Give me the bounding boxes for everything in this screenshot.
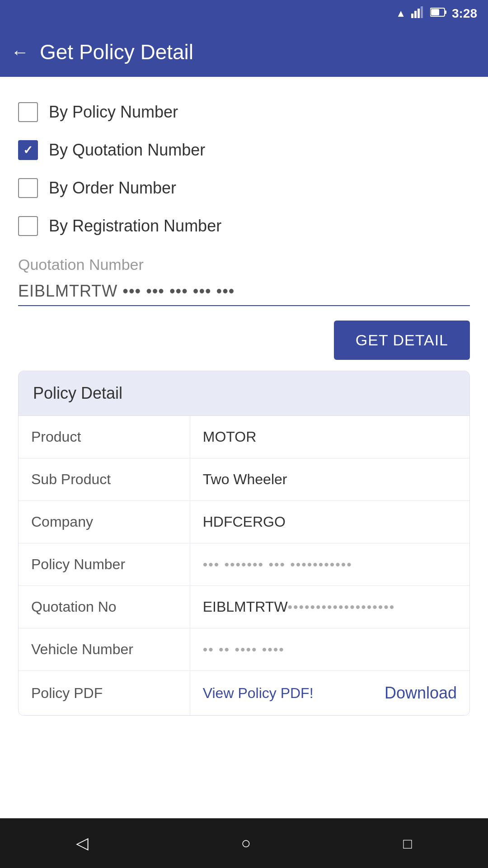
blurred-vehicle-number: •• •• •••• •••• — [203, 642, 285, 657]
checkbox-label-registration-number: By Registration Number — [49, 217, 221, 236]
svg-rect-2 — [418, 9, 420, 18]
signal-icon — [411, 6, 425, 21]
row-label-product: Product — [19, 416, 190, 458]
svg-rect-6 — [431, 9, 439, 15]
checkbox-by-policy-number[interactable]: By Policy Number — [18, 93, 470, 131]
battery-icon — [430, 7, 446, 20]
blurred-quotation-extra: ••••••••••••••••••• — [288, 599, 395, 614]
svg-rect-0 — [411, 14, 413, 18]
checkbox-label-order-number: By Order Number — [49, 179, 176, 198]
table-row: Sub Product Two Wheeler — [19, 458, 469, 501]
row-label-quotation-no: Quotation No — [19, 586, 190, 628]
table-row: Product MOTOR — [19, 416, 469, 458]
blurred-policy-number: ••• ••••••• ••• ••••••••••• — [203, 557, 352, 572]
row-value-policy-pdf: View Policy PDF! Download — [190, 671, 469, 716]
status-icons: ▲ 3:28 — [396, 6, 477, 21]
nav-back-button[interactable] — [58, 826, 107, 860]
status-time: 3:28 — [452, 6, 477, 21]
row-label-company: Company — [19, 501, 190, 543]
row-value-sub-product: Two Wheeler — [190, 458, 469, 501]
row-value-policy-number: ••• ••••••• ••• ••••••••••• — [190, 543, 469, 586]
quotation-number-label: Quotation Number — [18, 256, 470, 274]
nav-home-button[interactable] — [223, 826, 269, 860]
row-value-quotation-no: EIBLMTRTW••••••••••••••••••• — [190, 586, 469, 628]
table-row: Policy PDF View Policy PDF! Download — [19, 671, 469, 716]
checkbox-box-policy-number — [18, 102, 38, 122]
policy-detail-card: Policy Detail Product MOTOR Sub Product … — [18, 371, 470, 716]
table-row: Company HDFCERGO — [19, 501, 469, 543]
status-bar: ▲ 3:28 — [0, 0, 488, 27]
download-button[interactable]: Download — [385, 684, 457, 703]
row-label-policy-number: Policy Number — [19, 543, 190, 586]
back-button[interactable]: ← — [11, 43, 29, 61]
policy-detail-table: Product MOTOR Sub Product Two Wheeler Co… — [19, 416, 469, 715]
row-label-policy-pdf: Policy PDF — [19, 671, 190, 716]
checkbox-box-order-number — [18, 178, 38, 198]
page-title: Get Policy Detail — [40, 40, 193, 64]
row-label-vehicle-number: Vehicle Number — [19, 628, 190, 671]
quotation-number-input[interactable] — [18, 277, 470, 306]
table-row: Quotation No EIBLMTRTW••••••••••••••••••… — [19, 586, 469, 628]
checkbox-by-order-number[interactable]: By Order Number — [18, 169, 470, 207]
row-value-company: HDFCERGO — [190, 501, 469, 543]
svg-rect-3 — [421, 6, 423, 18]
bottom-navigation — [0, 818, 488, 868]
content-area: By Policy Number By Quotation Number By … — [0, 77, 488, 818]
nav-recents-button[interactable] — [385, 826, 430, 860]
checkbox-label-quotation-number: By Quotation Number — [49, 141, 205, 160]
pdf-cell: View Policy PDF! Download — [203, 684, 457, 703]
get-detail-row: GET DETAIL — [18, 321, 470, 360]
checkbox-box-registration-number — [18, 216, 38, 236]
quotation-no-text: EIBLMTRTW — [203, 599, 288, 615]
table-row: Vehicle Number •• •• •••• •••• — [19, 628, 469, 671]
row-value-product: MOTOR — [190, 416, 469, 458]
checkbox-box-quotation-number — [18, 140, 38, 160]
row-label-sub-product: Sub Product — [19, 458, 190, 501]
row-value-vehicle-number: •• •• •••• •••• — [190, 628, 469, 671]
svg-rect-5 — [445, 10, 446, 14]
checkbox-by-registration-number[interactable]: By Registration Number — [18, 207, 470, 245]
wifi-icon: ▲ — [396, 8, 406, 19]
view-policy-pdf-link[interactable]: View Policy PDF! — [203, 685, 314, 702]
policy-detail-heading: Policy Detail — [19, 371, 469, 416]
table-row: Policy Number ••• ••••••• ••• ••••••••••… — [19, 543, 469, 586]
svg-rect-1 — [414, 11, 417, 18]
checkbox-by-quotation-number[interactable]: By Quotation Number — [18, 131, 470, 169]
checkbox-label-policy-number: By Policy Number — [49, 103, 178, 122]
app-header: ← Get Policy Detail — [0, 27, 488, 77]
get-detail-button[interactable]: GET DETAIL — [334, 321, 470, 360]
